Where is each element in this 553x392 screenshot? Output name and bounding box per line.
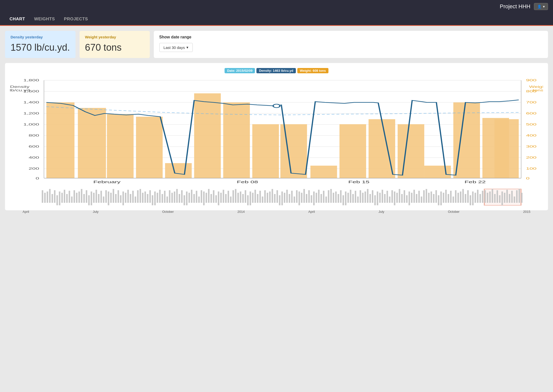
svg-rect-170: [313, 191, 315, 205]
svg-rect-205: [399, 189, 400, 203]
svg-rect-223: [443, 193, 444, 203]
svg-rect-197: [379, 193, 381, 203]
svg-rect-141: [242, 194, 244, 203]
svg-rect-189: [360, 190, 361, 203]
svg-rect-135: [228, 191, 229, 203]
tab-weights[interactable]: WEIGHTS: [30, 13, 59, 25]
svg-rect-179: [335, 191, 337, 203]
svg-rect-95: [130, 194, 131, 203]
svg-rect-109: [164, 191, 166, 203]
svg-text:200: 200: [29, 167, 39, 170]
svg-rect-76: [83, 194, 85, 203]
svg-rect-126: [205, 193, 207, 203]
svg-text:February: February: [93, 180, 120, 184]
svg-rect-243: [487, 193, 488, 203]
svg-rect-222: [440, 191, 442, 205]
mini-label-october2: October: [448, 210, 459, 214]
svg-rect-43: [310, 166, 337, 178]
density-card-title: Density yesterday: [11, 35, 70, 39]
tab-projects[interactable]: PROJECTS: [59, 13, 93, 25]
svg-rect-127: [208, 189, 210, 203]
main-chart-area[interactable]: 1,800 1,600 1,400 1,200 1,000 800 600 40…: [10, 75, 543, 186]
date-range-button[interactable]: Last 30 days ▾: [159, 43, 193, 52]
svg-rect-204: [396, 193, 398, 203]
mini-label-april2: April: [308, 210, 315, 214]
svg-rect-67: [61, 193, 63, 203]
svg-rect-120: [191, 190, 192, 203]
svg-rect-144: [250, 191, 251, 205]
svg-rect-215: [423, 190, 425, 203]
mini-label-july1: July: [93, 210, 99, 214]
svg-rect-152: [269, 191, 271, 203]
tooltip-date: Date: 2015/02/09: [225, 68, 255, 73]
svg-rect-249: [502, 191, 503, 205]
svg-rect-110: [166, 197, 168, 203]
user-icon: 👤: [537, 5, 541, 9]
svg-rect-148: [259, 191, 261, 203]
svg-rect-134: [225, 194, 227, 203]
svg-rect-125: [203, 191, 205, 205]
svg-rect-117: [184, 195, 185, 205]
svg-text:300: 300: [526, 145, 536, 148]
svg-rect-158: [284, 193, 285, 203]
svg-text:Weight: Weight: [529, 85, 543, 89]
svg-rect-226: [450, 191, 452, 203]
svg-rect-149: [262, 197, 263, 203]
svg-rect-235: [472, 191, 474, 205]
tab-chart[interactable]: CHART: [5, 13, 30, 26]
svg-rect-114: [176, 189, 178, 203]
svg-rect-208: [406, 195, 408, 203]
svg-rect-167: [306, 194, 307, 203]
svg-rect-160: [289, 194, 290, 203]
mini-label-july2: July: [378, 210, 384, 214]
svg-rect-86: [108, 191, 109, 205]
svg-rect-101: [145, 191, 146, 203]
svg-rect-36: [107, 114, 133, 178]
svg-text:900: 900: [526, 78, 536, 82]
svg-rect-79: [91, 191, 92, 205]
svg-rect-251: [506, 190, 508, 203]
svg-rect-46: [398, 124, 424, 178]
svg-rect-233: [467, 190, 469, 203]
svg-rect-70: [69, 191, 70, 203]
svg-rect-181: [340, 190, 341, 203]
svg-rect-161: [291, 191, 293, 203]
svg-rect-236: [474, 193, 476, 203]
svg-text:500: 500: [526, 122, 536, 126]
svg-text:Feb 08: Feb 08: [237, 180, 258, 184]
svg-rect-180: [338, 194, 339, 203]
tooltip-density: Density: 1463 lb/cu.yd: [256, 68, 296, 73]
svg-rect-211: [413, 190, 415, 203]
svg-rect-218: [431, 191, 432, 203]
svg-rect-104: [152, 195, 153, 205]
svg-rect-84: [103, 197, 104, 203]
mini-chart-container[interactable]: April July October 2014 April July Octob…: [8, 188, 545, 208]
svg-rect-38: [165, 163, 192, 178]
svg-rect-62: [49, 189, 51, 203]
svg-rect-198: [382, 190, 383, 203]
svg-text:800: 800: [29, 134, 39, 137]
svg-rect-74: [79, 191, 80, 203]
svg-rect-157: [281, 191, 283, 205]
svg-text:1,800: 1,800: [23, 78, 39, 82]
svg-text:400: 400: [526, 134, 536, 137]
svg-rect-94: [127, 190, 129, 203]
svg-rect-150: [264, 190, 266, 203]
svg-text:1,200: 1,200: [23, 111, 39, 115]
svg-rect-75: [81, 189, 82, 203]
mini-chart-x-labels: April July October 2014 April July Octob…: [8, 209, 545, 214]
svg-rect-185: [350, 190, 351, 203]
svg-rect-102: [147, 194, 148, 203]
svg-rect-255: [516, 190, 518, 203]
svg-rect-88: [113, 189, 114, 203]
svg-rect-238: [479, 194, 481, 203]
svg-rect-103: [149, 190, 151, 203]
svg-rect-89: [115, 194, 117, 203]
svg-rect-123: [198, 197, 200, 203]
density-card: Density yesterday 1570 lb/cu.yd.: [5, 31, 76, 58]
svg-rect-122: [196, 191, 197, 203]
svg-rect-118: [186, 191, 187, 205]
user-menu-button[interactable]: 👤 ▾: [534, 3, 548, 10]
svg-rect-69: [66, 194, 68, 203]
svg-rect-68: [64, 190, 65, 203]
